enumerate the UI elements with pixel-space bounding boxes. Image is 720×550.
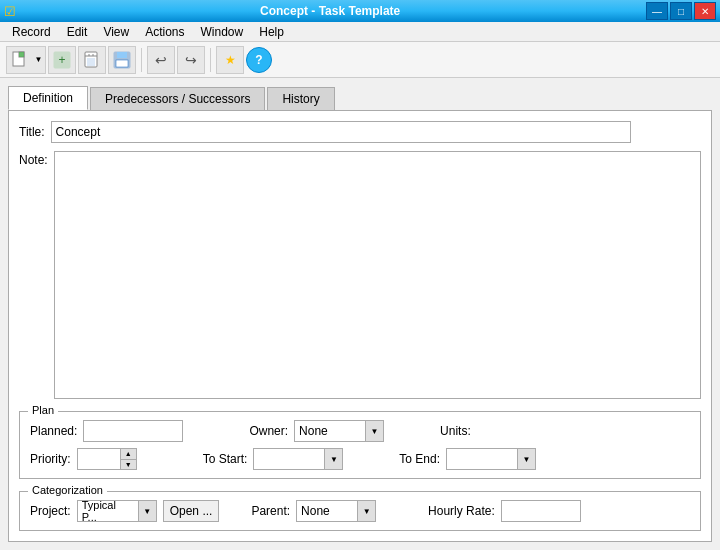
maximize-button[interactable]: □ — [670, 2, 692, 20]
delete-icon — [83, 51, 101, 69]
tab-definition[interactable]: Definition — [8, 86, 88, 110]
help-button[interactable]: ? — [246, 47, 272, 73]
hourly-rate-col: Hourly Rate: — [428, 500, 581, 522]
owner-select[interactable]: None ▼ — [294, 420, 384, 442]
parent-value: None — [297, 502, 357, 520]
to-start-label: To Start: — [203, 452, 248, 466]
note-area: Note: — [19, 151, 701, 399]
cat-legend: Categorization — [28, 484, 107, 496]
close-button[interactable]: ✕ — [694, 2, 716, 20]
svg-rect-11 — [117, 52, 127, 58]
svg-marker-2 — [19, 52, 24, 57]
plan-row-1: Planned: Owner: None ▼ Units: — [30, 420, 690, 442]
priority-up[interactable]: ▲ — [121, 449, 136, 460]
priority-down[interactable]: ▼ — [121, 460, 136, 470]
to-end-select[interactable]: ▼ — [446, 448, 536, 470]
categorization-section: Categorization Project: Typical P... ▼ O… — [19, 491, 701, 531]
to-start-arrow[interactable]: ▼ — [324, 449, 342, 469]
save-icon — [113, 51, 131, 69]
toend-col: To End: ▼ — [399, 448, 536, 470]
open-button[interactable]: Open ... — [163, 500, 220, 522]
hourly-rate-input[interactable] — [501, 500, 581, 522]
to-start-value — [254, 457, 324, 461]
hourly-rate-label: Hourly Rate: — [428, 504, 495, 518]
tab-history[interactable]: History — [267, 87, 334, 110]
undo-button[interactable]: ↩ — [147, 46, 175, 74]
units-col: Units: — [440, 424, 471, 438]
project-select[interactable]: Typical P... ▼ — [77, 500, 157, 522]
undo-icon: ↩ — [155, 52, 167, 68]
window-controls: — □ ✕ — [646, 2, 716, 20]
priority-col: Priority: ▲ ▼ — [30, 448, 137, 470]
save-button[interactable] — [108, 46, 136, 74]
note-textarea[interactable] — [54, 151, 701, 399]
minimize-button[interactable]: — — [646, 2, 668, 20]
new-button[interactable] — [6, 46, 32, 74]
svg-rect-12 — [116, 60, 128, 67]
menubar: Record Edit View Actions Window Help — [0, 22, 720, 42]
star-icon: ★ — [225, 53, 236, 67]
redo-icon: ↪ — [185, 52, 197, 68]
tostart-col: To Start: ▼ — [203, 448, 344, 470]
toolbar-sep-2 — [210, 48, 211, 72]
to-end-value — [447, 457, 517, 461]
add-button[interactable]: + — [48, 46, 76, 74]
to-end-arrow[interactable]: ▼ — [517, 449, 535, 469]
tab-bar: Definition Predecessors / Successors His… — [8, 86, 712, 110]
to-end-label: To End: — [399, 452, 440, 466]
menu-help[interactable]: Help — [251, 23, 292, 41]
tab-panel-definition: Title: Note: Plan Planned: Owner: None — [8, 110, 712, 542]
new-icon — [11, 51, 29, 69]
parent-col: Parent: None ▼ — [251, 500, 376, 522]
owner-label: Owner: — [249, 424, 288, 438]
cat-row: Project: Typical P... ▼ Open ... Parent:… — [30, 500, 690, 522]
project-label: Project: — [30, 504, 71, 518]
parent-label: Parent: — [251, 504, 290, 518]
new-toolbar-group: ▼ — [6, 46, 46, 74]
plan-row-2: Priority: ▲ ▼ To Start: ▼ — [30, 448, 690, 470]
svg-text:+: + — [58, 53, 65, 67]
title-row: Title: — [19, 121, 701, 143]
redo-button[interactable]: ↪ — [177, 46, 205, 74]
svg-rect-9 — [87, 58, 95, 66]
planned-input[interactable] — [83, 420, 183, 442]
help-icon: ? — [255, 53, 262, 67]
owner-col: Owner: None ▼ — [249, 420, 384, 442]
to-start-select[interactable]: ▼ — [253, 448, 343, 470]
title-label: Title: — [19, 125, 45, 139]
owner-value: None — [295, 422, 365, 440]
priority-stepper[interactable]: ▲ ▼ — [77, 448, 137, 470]
planned-label: Planned: — [30, 424, 77, 438]
project-col: Project: Typical P... ▼ Open ... — [30, 500, 219, 522]
toolbar: ▼ + ↩ ↪ ★ ? — [0, 42, 720, 78]
priority-label: Priority: — [30, 452, 71, 466]
menu-actions[interactable]: Actions — [137, 23, 192, 41]
plan-section: Plan Planned: Owner: None ▼ Units: — [19, 411, 701, 479]
plan-legend: Plan — [28, 404, 58, 416]
owner-dropdown-arrow[interactable]: ▼ — [365, 421, 383, 441]
menu-window[interactable]: Window — [193, 23, 252, 41]
priority-value — [78, 457, 120, 461]
delete-button[interactable] — [78, 46, 106, 74]
parent-select[interactable]: None ▼ — [296, 500, 376, 522]
new-dropdown-arrow[interactable]: ▼ — [32, 46, 46, 74]
menu-record[interactable]: Record — [4, 23, 59, 41]
planned-col: Planned: — [30, 420, 183, 442]
title-input[interactable] — [51, 121, 631, 143]
note-label: Note: — [19, 151, 48, 399]
toolbar-sep-1 — [141, 48, 142, 72]
tab-predecessors[interactable]: Predecessors / Successors — [90, 87, 265, 110]
titlebar: ☑ Concept - Task Template — □ ✕ — [0, 0, 720, 22]
project-arrow[interactable]: ▼ — [138, 501, 156, 521]
parent-arrow[interactable]: ▼ — [357, 501, 375, 521]
titlebar-title: Concept - Task Template — [260, 4, 400, 18]
app-icon: ☑ — [4, 4, 16, 19]
main-content: Definition Predecessors / Successors His… — [0, 78, 720, 550]
project-value: Typical P... — [78, 497, 138, 525]
favorite-button[interactable]: ★ — [216, 46, 244, 74]
add-icon: + — [53, 51, 71, 69]
units-label: Units: — [440, 424, 471, 438]
menu-view[interactable]: View — [95, 23, 137, 41]
menu-edit[interactable]: Edit — [59, 23, 96, 41]
